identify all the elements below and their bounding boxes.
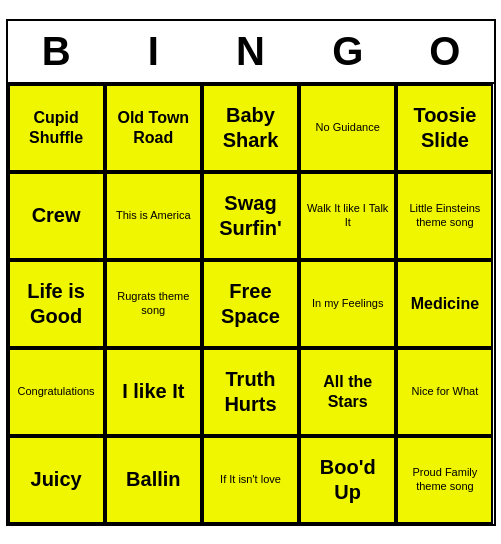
cell-label: No Guidance <box>316 121 380 135</box>
bingo-cell: Boo'd Up <box>299 436 396 524</box>
cell-label: Toosie Slide <box>402 103 487 153</box>
cell-label: Truth Hurts <box>208 367 293 417</box>
bingo-cell: Little Einsteins theme song <box>396 172 493 260</box>
cell-label: Rugrats theme song <box>111 290 196 318</box>
bingo-cell: Medicine <box>396 260 493 348</box>
bingo-cell: Life is Good <box>8 260 105 348</box>
bingo-cell: All the Stars <box>299 348 396 436</box>
cell-label: Boo'd Up <box>305 455 390 505</box>
cell-label: This is America <box>116 209 191 223</box>
bingo-cell: In my Feelings <box>299 260 396 348</box>
cell-label: Life is Good <box>14 279 99 329</box>
cell-label: Free Space <box>208 279 293 329</box>
bingo-grid: Cupid ShuffleOld Town RoadBaby SharkNo G… <box>8 82 494 524</box>
bingo-cell: Old Town Road <box>105 84 202 172</box>
bingo-cell: Congratulations <box>8 348 105 436</box>
bingo-cell: Toosie Slide <box>396 84 493 172</box>
bingo-cell: This is America <box>105 172 202 260</box>
bingo-cell: Truth Hurts <box>202 348 299 436</box>
header-letter: B <box>8 21 105 82</box>
cell-label: Medicine <box>411 294 479 314</box>
bingo-cell: Free Space <box>202 260 299 348</box>
bingo-cell: I like It <box>105 348 202 436</box>
cell-label: Swag Surfin' <box>208 191 293 241</box>
header-letter: O <box>396 21 493 82</box>
bingo-cell: Proud Family theme song <box>396 436 493 524</box>
bingo-cell: Rugrats theme song <box>105 260 202 348</box>
bingo-cell: Baby Shark <box>202 84 299 172</box>
cell-label: Walk It like I Talk It <box>305 202 390 230</box>
cell-label: Old Town Road <box>111 108 196 148</box>
bingo-cell: Cupid Shuffle <box>8 84 105 172</box>
cell-label: Juicy <box>31 467 82 492</box>
bingo-cell: Ballin <box>105 436 202 524</box>
cell-label: Crew <box>32 203 81 228</box>
header-letter: N <box>202 21 299 82</box>
header-letter: I <box>105 21 202 82</box>
header-letter: G <box>299 21 396 82</box>
cell-label: In my Feelings <box>312 297 384 311</box>
cell-label: Ballin <box>126 467 180 492</box>
bingo-cell: No Guidance <box>299 84 396 172</box>
bingo-cell: Crew <box>8 172 105 260</box>
cell-label: Proud Family theme song <box>402 466 487 494</box>
cell-label: Congratulations <box>18 385 95 399</box>
bingo-cell: Nice for What <box>396 348 493 436</box>
cell-label: All the Stars <box>305 372 390 412</box>
cell-label: I like It <box>122 379 184 404</box>
bingo-cell: If It isn't love <box>202 436 299 524</box>
bingo-cell: Swag Surfin' <box>202 172 299 260</box>
bingo-header: BINGO <box>8 21 494 82</box>
cell-label: Little Einsteins theme song <box>402 202 487 230</box>
bingo-cell: Walk It like I Talk It <box>299 172 396 260</box>
cell-label: Nice for What <box>412 385 479 399</box>
bingo-card: BINGO Cupid ShuffleOld Town RoadBaby Sha… <box>6 19 496 526</box>
cell-label: Cupid Shuffle <box>14 108 99 148</box>
cell-label: Baby Shark <box>208 103 293 153</box>
cell-label: If It isn't love <box>220 473 281 487</box>
bingo-cell: Juicy <box>8 436 105 524</box>
